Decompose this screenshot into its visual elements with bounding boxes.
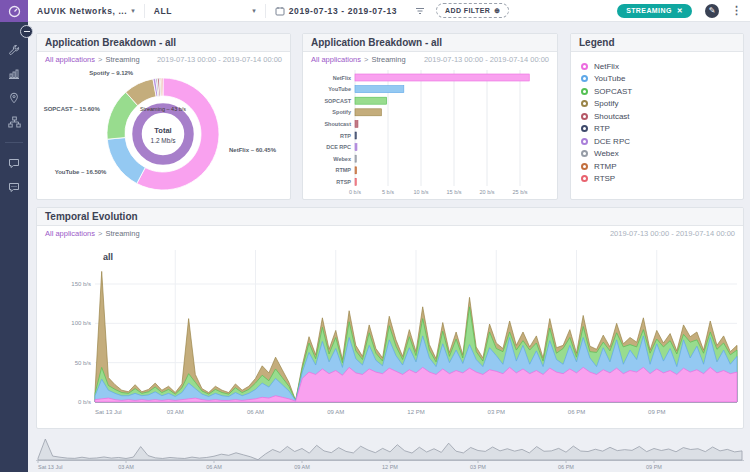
svg-text:0 b/s: 0 b/s bbox=[78, 399, 91, 405]
svg-text:10 b/s: 10 b/s bbox=[414, 189, 429, 195]
svg-text:Sat 13 Jul: Sat 13 Jul bbox=[38, 464, 62, 470]
bar-chart[interactable]: 0 b/s5 b/s10 b/s15 b/s20 b/s25 b/sNetFli… bbox=[303, 66, 557, 198]
breadcrumb-all-applications[interactable]: All applications bbox=[45, 229, 95, 238]
add-filter-button[interactable]: ADD FILTER ⊕ bbox=[434, 0, 518, 21]
sidebar-divider bbox=[5, 142, 23, 143]
temporal-area-chart[interactable]: 0 b/s50 b/s100 b/s150 b/sSat 13 Jul03 AM… bbox=[37, 240, 743, 428]
breadcrumb-all-applications[interactable]: All applications bbox=[45, 55, 95, 64]
svg-text:09 AM: 09 AM bbox=[294, 464, 310, 470]
filter-settings-button[interactable] bbox=[406, 0, 434, 21]
breadcrumb-current: Streaming bbox=[371, 55, 405, 64]
chevron-down-icon: ▾ bbox=[252, 7, 256, 15]
legend-item[interactable]: SOPCAST bbox=[581, 85, 733, 98]
svg-text:Webex: Webex bbox=[333, 156, 352, 162]
sidebar-item-tools[interactable] bbox=[0, 38, 28, 62]
legend-color-icon bbox=[581, 113, 588, 120]
legend-color-icon bbox=[581, 138, 588, 145]
legend-item[interactable]: RTMP bbox=[581, 160, 733, 173]
chat-icon bbox=[8, 157, 20, 169]
svg-text:03 AM: 03 AM bbox=[167, 409, 184, 415]
sidebar-item-dashboard[interactable] bbox=[0, 0, 28, 22]
legend-item[interactable]: YouTube bbox=[581, 73, 733, 86]
panel-title: Application Breakdown - all bbox=[45, 37, 176, 48]
svg-text:SOPCAST – 15.60%: SOPCAST – 15.60% bbox=[44, 106, 101, 112]
legend-item[interactable]: RTP bbox=[581, 123, 733, 136]
svg-text:25 b/s: 25 b/s bbox=[513, 189, 528, 195]
network-selector[interactable]: AUVIK Networks, ... ▾ bbox=[28, 0, 144, 21]
add-filter-label: ADD FILTER bbox=[445, 7, 490, 14]
panel-date-range: 2019-07-13 00:00 - 2019-07-14 00:00 bbox=[424, 55, 549, 64]
streaming-filter-chip[interactable]: STREAMING ✕ bbox=[608, 0, 701, 21]
sitemap-icon bbox=[8, 116, 21, 128]
svg-text:NetFlix: NetFlix bbox=[333, 75, 352, 81]
donut-chart[interactable]: NetFlix – 60.45%YouTube – 16.50%SOPCAST … bbox=[37, 66, 290, 198]
legend-item[interactable]: RTSP bbox=[581, 173, 733, 186]
sidebar-item-reports[interactable] bbox=[0, 62, 28, 86]
kebab-menu-icon[interactable]: ⋮ bbox=[723, 4, 750, 17]
panel-date-range: 2019-07-13 00:00 - 2019-07-14 00:00 bbox=[610, 229, 735, 238]
sidebar-item-chat[interactable] bbox=[0, 151, 28, 175]
svg-text:06 PM: 06 PM bbox=[558, 464, 574, 470]
svg-text:NetFlix – 60.45%: NetFlix – 60.45% bbox=[229, 147, 277, 153]
legend-color-icon bbox=[581, 175, 588, 182]
svg-text:50 b/s: 50 b/s bbox=[75, 360, 91, 366]
legend-color-icon bbox=[581, 63, 588, 70]
gauge-icon bbox=[8, 5, 21, 18]
breadcrumb-separator: > bbox=[364, 55, 368, 64]
panel-date-range: 2019-07-13 00:00 - 2019-07-14 00:00 bbox=[157, 55, 282, 64]
svg-text:SOPCAST: SOPCAST bbox=[324, 98, 351, 104]
wrench-icon bbox=[8, 44, 20, 56]
svg-text:20 b/s: 20 b/s bbox=[480, 189, 495, 195]
filter-lines-icon bbox=[415, 7, 425, 15]
sidebar-item-support[interactable] bbox=[0, 175, 28, 199]
breadcrumb-separator: > bbox=[98, 229, 102, 238]
svg-text:1.2 Mb/s: 1.2 Mb/s bbox=[151, 137, 177, 144]
svg-text:03 AM: 03 AM bbox=[118, 464, 134, 470]
legend-item[interactable]: Spotify bbox=[581, 98, 733, 111]
svg-text:03 PM: 03 PM bbox=[488, 409, 505, 415]
svg-text:100 b/s: 100 b/s bbox=[71, 320, 91, 326]
date-range-label: 2019-07-13 - 2019-07-13 bbox=[289, 6, 397, 16]
svg-text:03 PM: 03 PM bbox=[470, 464, 486, 470]
legend-item-label: NetFlix bbox=[594, 62, 619, 71]
svg-text:YouTube: YouTube bbox=[328, 86, 351, 92]
svg-text:Shoutcast: Shoutcast bbox=[324, 121, 351, 127]
svg-text:09 AM: 09 AM bbox=[327, 409, 344, 415]
svg-text:all: all bbox=[103, 252, 113, 262]
svg-text:0 b/s: 0 b/s bbox=[349, 189, 361, 195]
panel-title: Application Breakdown - all bbox=[311, 37, 442, 48]
svg-text:YouTube – 16.50%: YouTube – 16.50% bbox=[55, 169, 107, 175]
close-icon[interactable]: ✕ bbox=[677, 7, 683, 15]
legend-panel: Legend NetFlixYouTubeSOPCASTSpotifyShout… bbox=[570, 33, 744, 200]
sidebar-collapse-toggle[interactable] bbox=[20, 25, 33, 38]
network-selector-label: AUVIK Networks, ... bbox=[37, 6, 127, 16]
legend-item-label: Shoutcast bbox=[594, 112, 630, 121]
svg-text:09 PM: 09 PM bbox=[646, 464, 662, 470]
legend-item[interactable]: Shoutcast bbox=[581, 110, 733, 123]
edit-dashboard-button[interactable]: ✎ bbox=[701, 0, 723, 21]
legend-item-label: DCE RPC bbox=[594, 137, 630, 146]
svg-text:Spotify – 9.12%: Spotify – 9.12% bbox=[89, 70, 134, 76]
svg-text:Spotify: Spotify bbox=[332, 109, 352, 115]
scope-selector[interactable]: ALL ▾ bbox=[145, 0, 265, 21]
panel-title: Temporal Evolution bbox=[45, 211, 138, 222]
sidebar-item-network-map[interactable] bbox=[0, 110, 28, 134]
legend-item[interactable]: Webex bbox=[581, 148, 733, 161]
application-breakdown-donut-panel: Application Breakdown - all All applicat… bbox=[36, 33, 291, 200]
date-range-picker[interactable]: 2019-07-13 - 2019-07-13 bbox=[266, 0, 406, 21]
legend-item[interactable]: DCE RPC bbox=[581, 135, 733, 148]
pencil-icon: ✎ bbox=[709, 6, 716, 15]
overview-brush-chart[interactable]: Sat 13 Jul03 AM06 AM09 AM12 PM03 PM06 PM… bbox=[36, 435, 744, 471]
legend-color-icon bbox=[581, 125, 588, 132]
svg-text:DCE RPC: DCE RPC bbox=[326, 144, 351, 150]
sidebar-item-locations[interactable] bbox=[0, 86, 28, 110]
breadcrumb-all-applications[interactable]: All applications bbox=[311, 55, 361, 64]
svg-text:06 AM: 06 AM bbox=[206, 464, 222, 470]
svg-text:12 PM: 12 PM bbox=[407, 409, 424, 415]
calendar-icon bbox=[275, 6, 285, 16]
svg-text:06 PM: 06 PM bbox=[568, 409, 585, 415]
legend-item[interactable]: NetFlix bbox=[581, 60, 733, 73]
scope-selector-label: ALL bbox=[154, 6, 172, 16]
svg-text:RTSP: RTSP bbox=[336, 179, 351, 185]
overview-chart-svg[interactable]: Sat 13 Jul03 AM06 AM09 AM12 PM03 PM06 PM… bbox=[36, 435, 744, 471]
